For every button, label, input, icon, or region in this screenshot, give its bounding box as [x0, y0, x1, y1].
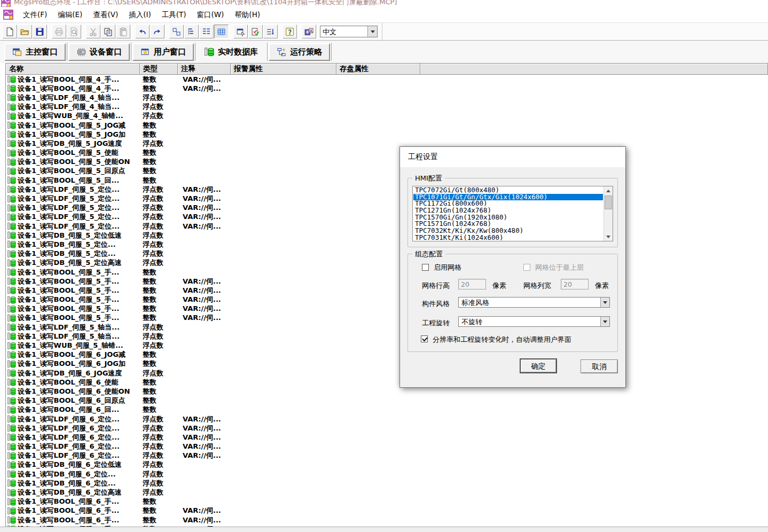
component-style-dropdown-button[interactable]	[600, 298, 609, 307]
hmi-model-listbox[interactable]: TPC7072Gi/Gt(800x480)TPC1071Gi/Gt/Gn/Gtx…	[412, 186, 613, 241]
cancel-button[interactable]: 取消	[581, 359, 618, 373]
table-row[interactable]: 设备1_读写LDF_伺服_5_定位... 浮点数 VAR://伺...	[6, 222, 768, 231]
hmi-model-option[interactable]: TPC7032Kt/Ki/Kx/Kw(800x480)	[413, 228, 603, 234]
hmi-model-option[interactable]: TPC7072Gi/Gt(800x480)	[413, 187, 603, 194]
table-row[interactable]: 设备1_读写BOOL_伺服_4_手... 整数 VAR://伺...	[6, 75, 768, 84]
table-row[interactable]: 设备1_读写BOOL_伺服_6_JOG加 整数	[6, 359, 768, 369]
detail-view-button[interactable]	[199, 25, 214, 38]
table-row[interactable]: 设备1_读写DB_伺服_5_定位低速 浮点数	[6, 231, 768, 240]
table-row[interactable]: 设备1_读写BOOL_伺服_5_回... 整数	[6, 176, 768, 185]
table-row[interactable]: 设备1_读写LDF_伺服_6_定位... 浮点数 VAR://伺...	[6, 433, 768, 442]
hmi-model-option[interactable]: TPC7031Kt/Ki(1024x600)	[413, 234, 603, 241]
tab-main-window[interactable]: 主控窗口	[4, 43, 66, 61]
menu-item[interactable]: 插入(I)	[123, 9, 156, 21]
table-row[interactable]: 设备1_读写BOOL_伺服_6_手... 整数 VAR://伺...	[6, 506, 768, 515]
column-header-alarm[interactable]: 报警属性	[231, 64, 336, 75]
table-row[interactable]: 设备1_读写BOOL_伺服_5_手... 整数	[6, 268, 768, 277]
language-combobox[interactable]: 中文	[320, 26, 378, 37]
table-row[interactable]: 设备1_读写DB_伺服_6_定位... 浮点数	[6, 479, 768, 488]
tab-run-strategy[interactable]: 运行策略	[269, 43, 330, 61]
hmi-model-option[interactable]: TPC1570Gi/Gn(1920x1080)	[413, 214, 603, 221]
table-row[interactable]: 设备1_读写BOOL_伺服_5_使能ON 整数	[6, 158, 768, 167]
table-row[interactable]: 设备1_读写LDF_伺服_6_定位... 浮点数 VAR://伺...	[6, 414, 768, 424]
table-row[interactable]: 设备1_读写LDF_伺服_5_定位... 浮点数 VAR://伺...	[6, 213, 768, 222]
redo-button[interactable]	[150, 25, 164, 38]
table-row[interactable]: 设备1_读写BOOL_伺服_5_回原点 整数	[6, 167, 768, 176]
scroll-up-button[interactable]	[604, 186, 613, 195]
undo-button[interactable]	[135, 25, 150, 38]
table-row[interactable]: 设备1_读写DB_伺服_6_定位高速 浮点数	[6, 488, 768, 497]
table-row[interactable]: 设备1_读写DB_伺服_6_定位低速 浮点数	[6, 460, 768, 470]
table-row[interactable]: 设备1_读写BOOL_伺服_6_手... 整数	[6, 497, 768, 506]
table-row[interactable]: 设备1_读写WUB_伺服_4_轴错... 浮点数	[6, 112, 768, 121]
table-row[interactable]: 设备1_读写LDF_伺服_5_定位... 浮点数 VAR://伺...	[6, 204, 768, 213]
menu-item[interactable]: 编辑(E)	[52, 9, 88, 21]
open-file-button[interactable]	[18, 25, 32, 38]
column-header-comment[interactable]: 注释	[178, 64, 231, 75]
table-row[interactable]: 设备1_读写BOOL_伺服_5_手... 整数 VAR://伺...	[6, 314, 768, 323]
syntax-check-button[interactable]	[248, 25, 263, 38]
menu-item[interactable]: 查看(V)	[88, 9, 123, 21]
column-header-name[interactable]: 名称	[6, 64, 140, 75]
menu-item[interactable]: 窗口(W)	[191, 9, 229, 21]
table-row[interactable]: 设备1_读写BOOL_伺服_6_手... 整数 VAR://伺...	[6, 515, 768, 525]
table-row[interactable]: 设备1_读写BOOL_伺服_5_JOG加 整数	[6, 130, 768, 139]
scrollbar-thumb[interactable]	[605, 195, 612, 209]
table-row[interactable]: 设备1_读写BOOL_伺服_6_回... 整数	[6, 405, 768, 414]
table-row[interactable]: 设备1_读写DB_伺服_5_定位高速 浮点数	[6, 259, 768, 268]
table-row[interactable]: 设备1_读写BOOL_伺服_6_JOG减 整数	[6, 350, 768, 359]
column-header-type[interactable]: 类型	[140, 64, 178, 75]
table-row[interactable]: 设备1_读写DB_伺服_5_JOG速度 浮点数	[6, 139, 768, 148]
language-dropdown-button[interactable]	[367, 26, 377, 37]
hmi-model-option[interactable]: TPC1571Gn(1024x768)	[413, 221, 603, 228]
table-row[interactable]: 设备1_读写BOOL_伺服_5_使能 整数	[6, 148, 768, 158]
tab-realtime-db[interactable]: 实时数据库	[197, 43, 266, 61]
table-row[interactable]: 设备1_读写LDF_伺服_5_定位... 浮点数 VAR://伺...	[6, 194, 768, 203]
table-row[interactable]: 设备1_读写DB_伺服_6_JOG速度 浮点数	[6, 369, 768, 378]
hmi-model-option[interactable]: TPC1172Gi(800x600)	[413, 200, 603, 207]
menu-item[interactable]: 帮助(H)	[229, 9, 265, 21]
component-style-select[interactable]: 标准风格	[458, 297, 610, 308]
table-row[interactable]: 设备1_读写LDF_伺服_4_轴当... 浮点数	[6, 103, 768, 112]
table-row[interactable]: 设备1_读写LDF_伺服_5_轴当... 浮点数	[6, 323, 768, 332]
table-row[interactable]: 设备1_读写DB_伺服_5_定位... 浮点数	[6, 249, 768, 259]
table-row[interactable]: 设备1_读写LDF_伺服_5_轴当... 浮点数	[6, 332, 768, 341]
auto-adjust-checkbox[interactable]	[421, 335, 428, 342]
table-row[interactable]: 设备1_读写LDF_伺服_6_定位... 浮点数 VAR://伺...	[6, 424, 768, 433]
help-button[interactable]	[283, 25, 297, 38]
table-row[interactable]: 设备1_读写WUB_伺服_5_轴错... 浮点数	[6, 341, 768, 350]
new-file-button[interactable]	[3, 25, 17, 38]
table-row[interactable]: 设备1_读写LDF_伺服_4_轴当... 浮点数	[6, 93, 768, 102]
tab-device-window[interactable]: 设备窗口	[68, 43, 130, 61]
scroll-down-button[interactable]	[604, 232, 613, 241]
project-rotation-select[interactable]: 不旋转	[458, 316, 610, 327]
window-properties-button[interactable]	[233, 25, 248, 38]
copy-button[interactable]	[101, 25, 115, 38]
column-header-storage[interactable]: 存盘属性	[336, 64, 420, 75]
table-row[interactable]: 设备1_读写BOOL_伺服_5_手... 整数 VAR://伺...	[6, 286, 768, 295]
enable-grid-checkbox[interactable]	[422, 264, 429, 271]
table-row[interactable]: 设备1_读写LDF_伺服_6_定位... 浮点数 VAR://伺...	[6, 451, 768, 460]
table-row[interactable]: 设备1_读写BOOL_伺服_5_JOG减 整数	[6, 121, 768, 130]
hmi-model-option[interactable]: TPC1271Gn(1024x768)	[413, 207, 603, 214]
project-rotation-dropdown-button[interactable]	[600, 317, 609, 326]
save-button[interactable]	[33, 25, 47, 38]
tree-view-button[interactable]	[184, 25, 199, 38]
table-row[interactable]: 设备1_读写LDF_伺服_5_定位... 浮点数 VAR://伺...	[6, 185, 768, 194]
table-row[interactable]: 设备1_读写BOOL_伺服_6_使能ON 整数	[6, 387, 768, 396]
table-row[interactable]: 设备1_读写DB_伺服_6_定位... 浮点数	[6, 470, 768, 479]
menu-item[interactable]: 文件(F)	[18, 9, 52, 21]
table-row[interactable]: 设备1_读写BOOL_伺服_5_手... 整数 VAR://伺...	[6, 277, 768, 286]
hmi-model-option[interactable]: TPC1071Gi/Gt/Gn/Gtx/Gix(1024x600)	[413, 194, 603, 201]
table-row[interactable]: 设备1_读写DB_伺服_5_定位... 浮点数	[6, 240, 768, 249]
menu-item[interactable]: 工具(T)	[156, 9, 192, 21]
tab-user-window[interactable]: 用户窗口	[132, 43, 194, 61]
table-row[interactable]: 设备1_读写LDF_伺服_6_定位... 浮点数 VAR://伺...	[6, 442, 768, 451]
sort-button[interactable]	[263, 25, 278, 38]
language-button[interactable]	[302, 25, 316, 38]
table-row[interactable]: 设备1_读写BOOL_伺服_5_手... 整数 VAR://伺...	[6, 295, 768, 304]
listbox-scrollbar[interactable]	[604, 186, 613, 241]
table-row[interactable]: 设备1_读写BOOL_伺服_5_手... 整数 VAR://伺...	[6, 304, 768, 314]
grid-view-button[interactable]	[214, 25, 229, 38]
table-row[interactable]: 设备1_读写BOOL_伺服_6_回原点 整数	[6, 396, 768, 405]
